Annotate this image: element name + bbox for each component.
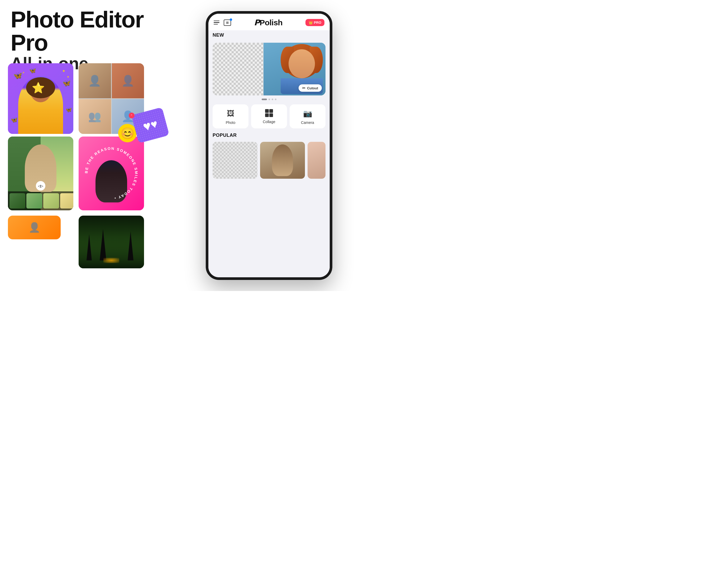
purple-butterfly-card: 🦋 🦋 🦋 🦋 🦋 ⭐ ✦ ✦ ✦ [8,63,73,134]
popular-card-2[interactable] [260,142,305,179]
menu-line-1 [214,21,219,21]
popular-row [208,140,330,181]
pop-checker-1 [213,142,257,179]
sparkle-2: ✦ [67,75,69,79]
menu-line-2 [214,22,219,23]
butterfly-2: 🦋 [29,67,36,74]
popular-card-3[interactable] [308,142,326,179]
butterfly-3: 🦋 [62,79,71,87]
field-girl-card: ◁▷ [8,137,73,210]
dot-3[interactable] [272,99,273,100]
photo-label: Photo [226,120,236,125]
hero-banner[interactable]: ✂ Cutout [213,43,326,95]
dot-1[interactable] [262,99,267,100]
thumb-3[interactable] [43,193,59,209]
thumb-1[interactable] [9,193,25,209]
dark-nature-card [79,216,144,268]
crown-icon: 👑 [309,21,313,25]
collage-icon [265,109,273,117]
butterfly-4: 🦋 [66,107,72,113]
pink-text-card: BE THE REASON SOMEONE SMILES TODAY • [79,137,144,210]
pro-badge[interactable]: 👑 PRO [306,19,324,26]
svg-text:BE THE REASON SOMEONE SMILES T: BE THE REASON SOMEONE SMILES TODAY • [84,146,138,201]
app-logo-p: 𝗣 [254,18,260,27]
sparkle-3: ✦ [22,71,25,74]
cutout-button[interactable]: ✂ Cutout [298,84,322,92]
app-name: 𝗣Polish [254,18,283,27]
phone-inner: ⊞ 𝗣Polish 👑 PRO NEW [208,14,330,277]
right-section: ⊞ 𝗣Polish 👑 PRO NEW [174,0,364,291]
thumb-4[interactable] [60,193,73,209]
photo-icon: 🖼 [227,109,234,118]
menu-icon[interactable] [214,21,219,25]
camera-label: Camera [301,120,314,125]
pro-label: PRO [314,21,321,25]
thumb-2[interactable] [26,193,42,209]
cutout-label: Cutout [307,86,318,90]
checkerboard-bg [213,43,269,95]
phone-mockup: ⊞ 𝗣Polish 👑 PRO NEW [206,11,332,280]
photo-action-btn[interactable]: 🖼 Photo [213,104,249,128]
main-title: Photo Editor Pro [10,8,179,54]
collage-area: 🦋 🦋 🦋 🦋 🦋 ⭐ ✦ ✦ ✦ 👤 👤 👥 [8,63,177,279]
circular-text-svg: BE THE REASON SOMEONE SMILES TODAY • [82,144,140,202]
compare-icon[interactable]: ◁▷ [36,181,45,191]
butterfly-5: 🦋 [10,116,18,123]
couple-cell-1: 👤 [79,63,111,98]
sparkle-1: ✦ [62,68,66,74]
app-name-text: Polish [260,18,283,27]
popular-card-1[interactable] [213,142,257,179]
section-popular-title: POPULAR [208,131,330,140]
smiley-sticker: 😊 [118,124,137,142]
phone-header: ⊞ 𝗣Polish 👑 PRO [208,14,330,30]
dot-4[interactable] [275,99,277,100]
collage-action-btn[interactable]: Collage [251,104,287,128]
butterfly-1: 🦋 [13,71,22,80]
woman-silhouette [272,144,293,176]
thumbnail-strip [8,191,73,210]
camera-icon: 📷 [303,109,312,118]
circular-text-container: BE THE REASON SOMEONE SMILES TODAY • [82,144,140,202]
camera-action-btn[interactable]: 📷 Camera [290,104,326,128]
gallery-icon-wrap[interactable]: ⊞ [224,20,231,26]
scissors-icon: ✂ [302,86,306,90]
orange-card: 👤 [8,216,61,239]
dots-indicator [208,99,330,100]
section-new-title: NEW [208,30,330,39]
couple-cell-2: 👤 [112,63,144,98]
menu-line-3 [214,24,218,25]
star-sticker: ⭐ [32,82,45,94]
action-buttons-row: 🖼 Photo Collage 📷 Camera [208,101,330,131]
header-left: ⊞ [214,20,231,26]
couple-cell-3: 👥 [79,99,111,134]
collage-label: Collage [263,120,275,124]
dot-2[interactable] [268,99,270,100]
left-section: Photo Editor Pro All-in-one 🦋 🦋 🦋 🦋 🦋 ⭐ [0,0,179,291]
notification-dot [230,19,232,21]
